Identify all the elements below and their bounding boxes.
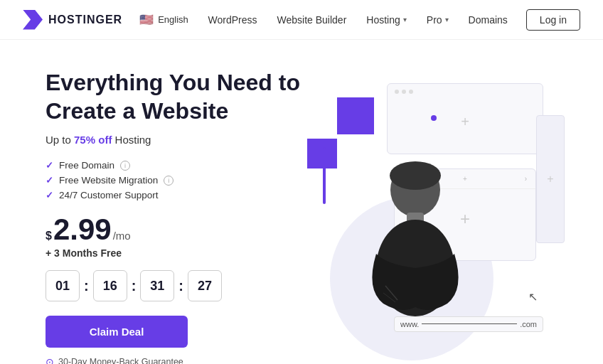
dot-1: [395, 90, 399, 94]
subtitle: Up to 75% off Hosting: [46, 134, 302, 146]
nav-wordpress[interactable]: WordPress: [201, 10, 265, 30]
timer-hundredths: 27: [188, 270, 222, 301]
dot-3: [409, 90, 413, 94]
url-suffix: .com: [520, 320, 537, 328]
nav-hosting[interactable]: Hosting ▾: [359, 10, 413, 30]
check-icon: ✓: [46, 190, 53, 200]
price-period: /mo: [113, 230, 131, 242]
price-currency: $: [46, 230, 52, 242]
language-selector[interactable]: 🇺🇸 English: [139, 13, 188, 26]
guarantee-text: ⊙ 30-Day Money-Back Guarantee: [46, 356, 302, 364]
countdown-timer: 01 : 16 : 31 : 27: [46, 270, 302, 301]
timer-hours: 01: [46, 270, 80, 301]
person-image: [344, 147, 486, 353]
price-amount: 2.99: [53, 215, 112, 245]
logo[interactable]: HOSTINGER: [23, 10, 122, 30]
language-label: English: [158, 14, 188, 25]
check-icon: ✓: [46, 175, 53, 186]
mockup-nav-right: ›: [525, 175, 527, 183]
mockup-right: +: [536, 115, 565, 243]
dot-2: [402, 90, 406, 94]
flag-icon: 🇺🇸: [139, 13, 154, 26]
nav-links: WordPress Website Builder Hosting ▾ Pro …: [201, 10, 515, 30]
brand-name: HOSTINGER: [48, 14, 122, 26]
info-icon-2[interactable]: i: [164, 176, 174, 186]
accent-bar: [323, 147, 326, 204]
timer-colon-3: :: [178, 278, 183, 294]
right-illustration: + + ‹ + › + www. .com ↖: [302, 76, 557, 360]
nav-domains[interactable]: Domains: [461, 10, 515, 30]
price-display: $ 2.99 /mo: [46, 215, 302, 245]
svg-point-1: [390, 161, 441, 190]
feature-3: ✓ 24/7 Customer Support: [46, 190, 302, 200]
features-list: ✓ Free Domain i ✓ Free Website Migration…: [46, 160, 302, 200]
hosting-chevron-icon: ▾: [403, 16, 407, 23]
mockup-top-cross: +: [461, 114, 469, 130]
main-content: Everything You Need to Create a Website …: [0, 40, 603, 364]
cursor-icon: ↖: [528, 290, 538, 304]
free-months: + 3 Months Free: [46, 247, 302, 259]
nav-website-builder[interactable]: Website Builder: [270, 10, 354, 30]
pro-chevron-icon: ▾: [445, 16, 449, 23]
info-icon-1[interactable]: i: [120, 161, 130, 171]
hero-title: Everything You Need to Create a Website: [46, 68, 302, 125]
login-button[interactable]: Log in: [526, 9, 580, 31]
timer-colon-1: :: [84, 278, 89, 294]
mockup-dots: [388, 84, 543, 97]
feature-2: ✓ Free Website Migration i: [46, 175, 302, 186]
claim-deal-button[interactable]: Claim Deal: [46, 316, 188, 348]
hostinger-logo-icon: [23, 10, 43, 30]
timer-seconds: 31: [140, 270, 174, 301]
purple-square-2: [307, 139, 337, 168]
check-icon: ✓: [46, 160, 53, 171]
nav-pro[interactable]: Pro ▾: [420, 10, 456, 30]
shield-icon: ⊙: [46, 356, 54, 364]
feature-1: ✓ Free Domain i: [46, 160, 302, 171]
purple-dot: [431, 115, 437, 121]
timer-minutes: 16: [93, 270, 127, 301]
purple-square-1: [337, 97, 374, 134]
navbar: HOSTINGER 🇺🇸 English WordPress Website B…: [0, 0, 603, 40]
left-content: Everything You Need to Create a Website …: [46, 68, 302, 364]
mockup-top: +: [387, 83, 543, 154]
mockup-right-cross: +: [547, 173, 553, 186]
timer-colon-2: :: [132, 278, 137, 294]
